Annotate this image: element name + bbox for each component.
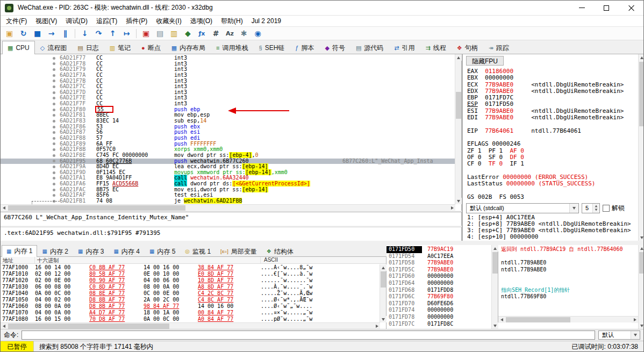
disasm-row[interactable]: 6AD21F7ACCint3 [1,73,455,78]
memory-map-button[interactable]: ▤ [153,27,167,39]
stack-row[interactable]: 0171FD7C0171FD8C [387,321,492,328]
scroll-down-button[interactable] [492,322,498,329]
splitter-horizontal[interactable] [1,241,644,245]
register-line[interactable]: CF 0 TF 0 IF 1 [467,161,637,167]
tab-threads[interactable]: ⇉线程 [420,42,452,54]
tab-cpu[interactable]: ▦CPU [2,41,35,54]
scroll-thumb[interactable] [506,317,570,322]
stack-row[interactable]: 0171FD6400000000 [387,280,492,287]
search-button[interactable]: ◉ [251,27,264,39]
menu-help[interactable]: 帮助(H) [217,16,247,27]
unlock-checkbox[interactable] [603,205,610,212]
scroll-up-button[interactable] [492,245,498,252]
stack-comment[interactable] [501,253,638,260]
dump-row[interactable]: 77AF106008 00 0A 00D8 8B AF 7798 84 AF 7… [1,303,380,310]
register-line[interactable]: EIP 77B64061 ntdll.77B64061 [467,128,637,134]
minimize-button[interactable] [569,1,594,15]
dump-row[interactable]: 77AF103006 00 08 00C0 8D AF 7708 00 0A 0… [1,284,380,290]
preferences-button[interactable]: ✱ [237,27,251,39]
stack-vertical-scrollbar[interactable] [491,245,498,329]
command-script-select[interactable]: 默认 [598,331,640,340]
comments-vertical-scrollbar[interactable] [638,245,644,329]
dump-vertical-scrollbar[interactable] [380,264,386,322]
calling-convention-select[interactable]: 默认 (stdcall) [466,203,579,213]
maximize-button[interactable] [594,1,619,15]
tab-handles[interactable]: ❖句柄 [452,42,483,54]
scroll-down-button[interactable] [639,322,644,329]
call-argument-line[interactable]: 4: [esp+10] 00000000 [467,234,637,240]
stack-row[interactable]: 0171FD5877B9ABE0 [387,260,492,267]
stop-button[interactable]: ■ [31,27,44,39]
scroll-down-button[interactable] [455,198,462,204]
tab-symbols[interactable]: ◆符号 [319,42,350,54]
tab-source[interactable]: ▤源代码 [350,42,389,54]
stack-comment[interactable]: ntdll.77B9ABE0 [501,267,638,274]
disassembly-horizontal-scrollbar[interactable] [1,204,455,211]
stack-row[interactable]: 0171FD5C77B9ABE0 [387,267,492,274]
tab-dump-3[interactable]: ▦内存 3 [73,246,109,256]
close-button[interactable] [619,1,643,15]
stack-row[interactable]: 0171FD680171FDD8 [387,287,492,294]
stack-row[interactable]: 0171FD54A0C17EEA [387,253,492,260]
scroll-down-button[interactable] [639,234,644,241]
comments-horizontal-scrollbar[interactable] [498,316,638,322]
scroll-thumb[interactable] [639,252,644,274]
stack-row[interactable]: 0171FD7800000000 [387,314,492,321]
restart-button[interactable]: ↻ [17,27,30,39]
stack-comment[interactable] [501,307,638,314]
menu-options[interactable]: 选项(O) [186,16,217,27]
step-out-button[interactable]: ↑ [106,27,119,39]
hide-fpu-button[interactable]: 隐藏FPU [466,56,504,66]
scroll-up-button[interactable] [639,245,644,252]
disasm-row[interactable]: 6AD21F8857push edi [1,135,455,141]
tab-breakpoints[interactable]: ●断点 [136,42,166,54]
stack-comment[interactable] [501,273,638,280]
scroll-left-button[interactable] [1,205,7,211]
strings-button[interactable]: Az [223,27,237,39]
tab-dump-1[interactable]: ▦内存 1 [2,245,37,257]
tab-references[interactable]: ⇄引用 [389,42,420,54]
dump-row[interactable]: 77AF102002 00 0E 0000 90 AF 7704 00 06 0… [1,277,380,284]
stack-comment[interactable] [501,280,638,287]
tab-dump-5[interactable]: ▦内存 5 [145,246,180,256]
functions-button[interactable]: ƒx [195,27,209,39]
tab-graph[interactable]: ◇流程图 [35,42,72,54]
stack-row[interactable]: 0171FD7400000000 [387,307,492,314]
pause-button[interactable]: ∥ [59,27,72,39]
stack-comment[interactable]: ntdll.77B9ABE0 [501,260,638,267]
log-button[interactable]: ▥ [167,27,181,39]
tab-struct[interactable]: ❖结构体 [262,246,298,256]
stack-comment[interactable]: 返回到 ntdll.77B9AC19 自 ntdll.77B64060 [501,246,638,253]
scroll-thumb[interactable] [456,92,461,119]
scroll-thumb[interactable] [492,252,498,274]
tab-memory-map[interactable]: ▦内存布局 [166,42,211,54]
stack-row[interactable]: 0171FD70D60FE6D6 [387,300,492,307]
tab-dump-4[interactable]: ▦内存 4 [109,246,144,256]
menu-trace[interactable]: 追踪(T) [92,16,121,27]
dump-row[interactable]: 77AF100016 00 14 00C0 8B AF 7714 00 16 0… [1,264,380,271]
scroll-right-button[interactable] [632,317,638,323]
stepper-arrows-icon[interactable] [592,204,599,213]
hash-button[interactable]: # [209,27,223,39]
menu-build-date[interactable]: Jul 2 2019 [247,16,285,26]
dump-horizontal-scrollbar[interactable] [1,322,380,329]
scroll-thumb[interactable] [381,271,386,288]
open-file-button[interactable]: ▣ [3,27,16,39]
tab-script[interactable]: ƒ脚本 [290,42,319,54]
command-input[interactable] [22,331,595,340]
stack-row[interactable]: 0171FD6C77B69F80 [387,293,492,300]
breakpoints-button[interactable]: ▣ [139,27,153,39]
menu-favourites[interactable]: 收藏夹(I) [152,16,185,27]
dump-row[interactable]: 77AF108016 00 15 0070 D8 AF 770A 00 0C 0… [1,316,380,322]
scroll-down-button[interactable] [380,316,387,322]
disasm-row[interactable]: 6AD21FB174 08je wechatwin.6AD21FBB [1,198,455,204]
menu-plugins[interactable]: 插件(P) [121,16,152,27]
dump-row[interactable]: 77AF105004 00 02 00D8 8B AF 772A 00 2C 0… [1,297,380,303]
tab-dump-2[interactable]: ▦内存 2 [37,246,73,256]
dump-row[interactable]: 77AF101002 00 12 0080 5B AF 770E 00 10 0… [1,271,380,277]
step-into-button[interactable]: ↓ [78,27,91,39]
disassembly-vertical-scrollbar[interactable] [455,54,461,204]
tab-notes[interactable]: ▥笔记 [104,42,136,54]
scroll-up-button[interactable] [455,54,462,61]
register-line[interactable]: GS 002B FS 0053 [467,194,637,200]
